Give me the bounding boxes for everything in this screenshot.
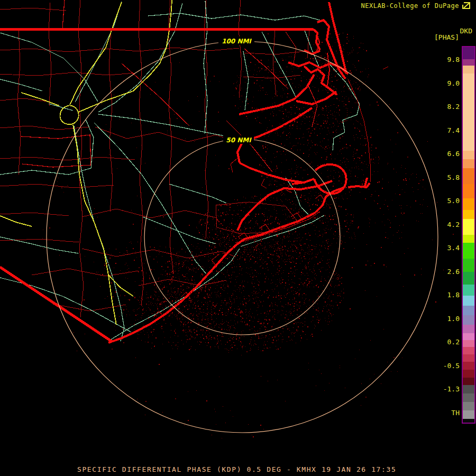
color-scale-segment: [463, 340, 474, 347]
coastline: [108, 2, 370, 343]
color-scale-segment: [463, 402, 474, 410]
color-scale-segment: [463, 159, 474, 168]
color-scale-segment: [463, 272, 474, 285]
color-scale-segment: [463, 315, 474, 325]
color-scale-tick: 6.6: [447, 150, 460, 158]
color-scale-segment: [463, 347, 474, 354]
color-scale-segment: [463, 296, 474, 306]
cod-logo-icon: [462, 2, 471, 10]
color-scale-segment: [463, 410, 474, 419]
color-scale-segment: [463, 74, 474, 151]
color-scale-tick: 9.8: [447, 56, 460, 64]
radar-map: 100 NMI50 NMI: [0, 0, 476, 476]
color-scale-segment: [463, 198, 474, 210]
brand: NEXLAB-College of DuPage: [361, 2, 471, 10]
color-scale-tick: 7.4: [447, 126, 460, 135]
units-label: [PHAS]: [434, 33, 459, 41]
color-scale-tick: 1.8: [447, 291, 460, 299]
svg-text:100 NMI: 100 NMI: [222, 38, 252, 45]
color-scale-tick: 8.2: [447, 103, 460, 111]
county-lines: [0, 0, 309, 317]
color-scale-segment: [463, 59, 474, 66]
color-scale-segment: [463, 210, 474, 219]
brand-text: NEXLAB-College of DuPage: [361, 2, 459, 10]
color-scale-segment: [463, 370, 474, 378]
color-scale-segment: [463, 419, 474, 423]
svg-text:50 NMI: 50 NMI: [226, 136, 252, 144]
color-scale-segment: [463, 151, 474, 159]
color-scale-tick: 2.6: [447, 268, 460, 276]
color-scale-tick: -0.5: [443, 362, 460, 370]
color-scale-segment: [463, 66, 474, 74]
county-lines-bright: [21, 0, 317, 172]
color-scale-tick: 1.0: [447, 315, 460, 323]
color-scale-segment: [463, 184, 474, 198]
range-ring-100nmi: [47, 41, 438, 433]
color-scale-segment: [463, 219, 474, 235]
range-rings: [47, 41, 438, 433]
kdp-speckle-field: [42, 33, 454, 438]
range-ring-50nmi: [144, 139, 340, 335]
color-scale-tick: TH: [451, 409, 460, 417]
color-scale-segment: [463, 333, 474, 340]
product-caption: SPECIFIC DIFFERENTIAL PHASE (KDP) 0.5 DE…: [77, 465, 396, 473]
color-scale-segment: [463, 243, 474, 259]
range-ring-label: 100 NMI: [218, 36, 254, 45]
radar-display: 100 NMI50 NMI NEXLAB-College of DuPage D…: [0, 0, 476, 476]
color-scale-segment: [463, 354, 474, 362]
color-scale-tick: 5.0: [447, 197, 460, 205]
color-scale-segment: [463, 378, 474, 385]
color-scale-segment: [463, 285, 474, 296]
color-scale-tick: 4.2: [447, 221, 460, 229]
color-scale-segment: [463, 259, 474, 272]
color-scale-segment: [463, 168, 474, 184]
state-borders: [0, 29, 313, 342]
range-ring-label: 50 NMI: [223, 135, 254, 144]
color-scale-segment: [463, 393, 474, 402]
color-scale-segment: [463, 306, 474, 315]
coast-detail: [153, 67, 388, 317]
color-scale-tick: 9.0: [447, 79, 460, 88]
color-scale-segment: [463, 385, 474, 393]
product-code: DKD: [460, 27, 472, 35]
color-scale-segment: [463, 362, 474, 370]
color-scale-tick: 5.8: [447, 173, 460, 182]
color-scale-segment: [463, 325, 474, 333]
color-scale-tick: -1.3: [443, 385, 460, 393]
color-scale-bar: [462, 46, 475, 424]
color-scale-segment: [463, 235, 474, 243]
color-scale-tick: 3.4: [447, 244, 460, 252]
color-scale-tick: 0.2: [447, 338, 460, 346]
color-scale-segment: [463, 47, 474, 59]
